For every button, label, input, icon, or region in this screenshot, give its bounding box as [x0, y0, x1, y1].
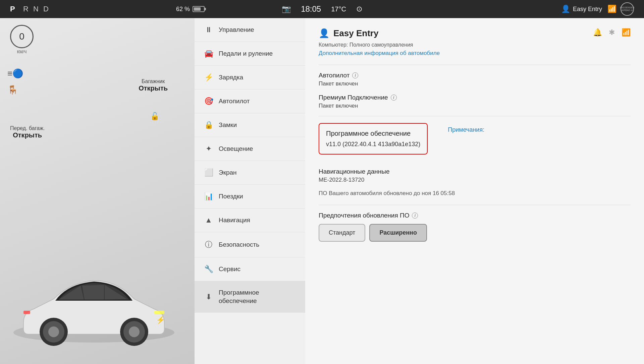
update-btn-advanced[interactable]: Расширенно — [369, 224, 427, 242]
nav-item-pedals[interactable]: 🚘 Педали и руление — [195, 42, 305, 66]
nav-item-control[interactable]: ⏸ Управление — [195, 18, 305, 42]
locks-icon: 🔒 — [204, 121, 213, 129]
car-svg: ⚡ — [3, 255, 184, 349]
update-prefs-info-icon[interactable]: i — [412, 213, 418, 219]
camera-icon: 📷 — [282, 5, 291, 13]
nav-item-charging[interactable]: ⚡ Зарядка — [195, 66, 305, 89]
premium-section: Премиум Подключение i Пакет включен — [319, 94, 631, 109]
battery-icon — [193, 6, 205, 12]
status-icons-right: 📶 PASSENGERAIRBAG ⊘ — [607, 2, 634, 16]
speed-unit: КМ/Ч — [10, 50, 34, 54]
nav-label-pedals: Педали и руление — [219, 50, 273, 58]
software-box-label: Программное обеспечение — [326, 130, 420, 137]
premium-value: Пакет включен — [319, 103, 631, 109]
status-bar-right: 👤 Easy Entry 📶 PASSENGERAIRBAG ⊘ — [439, 2, 634, 16]
svg-point-5 — [129, 326, 140, 337]
trips-icon: 📊 — [204, 192, 213, 201]
screen-icon: ⬜ — [204, 168, 213, 177]
autopilot-info-icon[interactable]: i — [352, 72, 358, 78]
nav-label-lighting: Освещение — [219, 145, 253, 153]
safety-icon: ⓘ — [204, 240, 213, 250]
svg-rect-1 — [154, 311, 164, 314]
divider-3 — [319, 205, 631, 205]
speed-circle: 0 — [10, 25, 34, 48]
nav-item-software[interactable]: ⬇ Программноеобеспечение — [195, 281, 305, 313]
status-bar-left: P R N D 62 % — [10, 5, 205, 13]
prnd-p: P — [10, 5, 16, 13]
svg-rect-2 — [23, 311, 30, 314]
premium-info-icon[interactable]: i — [391, 95, 397, 101]
divider-1 — [319, 65, 631, 65]
user-section: 👤 Easy Entry — [561, 5, 602, 13]
trunk-title: Багажник — [142, 78, 165, 84]
car-illustration: ⚡ — [3, 255, 191, 351]
nav-item-safety[interactable]: ⓘ Безопасность — [195, 232, 305, 257]
nav-data-label: Навигационные данные — [319, 168, 631, 175]
battery-section: 62 % — [176, 6, 205, 13]
autopilot-label-text: Автопилот — [319, 72, 350, 79]
update-buttons: Стандарт Расширенно — [319, 224, 631, 242]
control-icon: ⏸ — [204, 25, 213, 34]
seat-icon: 🪑 — [7, 85, 23, 95]
nav-label-navigation: Навигация — [219, 216, 250, 225]
update-prefs-label-text: Предпочтения обновления ПО — [319, 212, 409, 219]
profile-icons: 🔔 ✱ 📶 — [593, 28, 631, 37]
nav-label-locks: Замки — [219, 121, 237, 129]
trunk-lock-icon: 🔓 — [150, 112, 159, 121]
autopilot-icon: 🎯 — [204, 97, 213, 106]
speed-display: 0 КМ/Ч — [10, 25, 34, 54]
premium-label-text: Премиум Подключение — [319, 94, 388, 101]
profile-name-section: 👤 Easy Entry — [319, 28, 378, 39]
nav-item-service[interactable]: 🔧 Сервис — [195, 257, 305, 281]
nav-label-software: Программноеобеспечение — [219, 289, 259, 305]
update-prefs-label: Предпочтения обновления ПО i — [319, 212, 631, 219]
nav-label-autopilot: Автопилот — [219, 97, 250, 106]
software-box: Программное обеспечение v11.0 (2022.40.4… — [319, 123, 428, 155]
premium-label: Премиум Подключение i — [319, 94, 631, 101]
time-display: 18:05 — [301, 4, 321, 14]
navigation-icon: ▲ — [204, 216, 213, 225]
nav-item-autopilot[interactable]: 🎯 Автопилот — [195, 89, 305, 113]
status-bar: P R N D 62 % 📷 18:05 17°C ⊙ 👤 Easy Entry… — [0, 0, 644, 18]
update-info: ПО Вашего автомобиля обновлено до ноя 16… — [319, 190, 631, 197]
autopilot-value: Пакет включен — [319, 80, 631, 87]
notes-link[interactable]: Примечания: — [448, 126, 484, 133]
software-icon: ⬇ — [204, 293, 213, 301]
nav-item-locks[interactable]: 🔒 Замки — [195, 113, 305, 137]
nav-data-section: Навигационные данные ME-2022.8-13720 — [319, 168, 631, 183]
trunk-action[interactable]: Открыть — [139, 84, 168, 92]
nav-item-navigation[interactable]: ▲ Навигация — [195, 208, 305, 232]
svg-point-8 — [48, 326, 59, 337]
bluetooth-icon: ✱ — [609, 28, 615, 37]
front-trunk-label: Перед. багаж. Открыть — [10, 125, 45, 139]
nav-label-service: Сервис — [219, 265, 240, 274]
user-icon: 👤 — [561, 5, 570, 13]
nav-menu: ⏸ Управление 🚘 Педали и руление ⚡ Зарядк… — [195, 18, 305, 364]
update-btn-standard[interactable]: Стандарт — [319, 224, 365, 242]
nav-label-control: Управление — [219, 26, 254, 34]
nav-item-lighting[interactable]: ✦ Освещение — [195, 137, 305, 161]
temperature-display: 17°C — [331, 5, 346, 13]
car-info-link[interactable]: Дополнительная информация об автомобиле — [319, 50, 631, 57]
prnd-display: P R N D — [10, 5, 50, 13]
autopilot-section: Автопилот i Пакет включен — [319, 72, 631, 87]
charging-icon: ⚡ — [204, 73, 213, 82]
software-row: Программное обеспечение v11.0 (2022.40.4… — [319, 123, 631, 161]
clock-icon: ⊙ — [356, 5, 362, 13]
wifi-icon: 📶 — [607, 5, 616, 13]
nav-item-trips[interactable]: 📊 Поездки — [195, 185, 305, 208]
front-trunk-action[interactable]: Открыть — [13, 131, 42, 139]
profile-header: 👤 Easy Entry 🔔 ✱ 📶 — [319, 28, 631, 39]
bell-icon[interactable]: 🔔 — [593, 28, 602, 37]
update-prefs-section: Предпочтения обновления ПО i Стандарт Ра… — [319, 212, 631, 242]
user-name: Easy Entry — [573, 6, 602, 13]
left-icons: ≡🔵 🪑 — [7, 68, 23, 95]
nav-data-value: ME-2022.8-13720 — [319, 177, 631, 183]
profile-name: Easy Entry — [333, 28, 378, 39]
nav-label-trips: Поездки — [219, 192, 243, 201]
software-version: v11.0 (2022.40.4.1 413a90a1e132) — [326, 141, 420, 148]
nav-item-screen[interactable]: ⬜ Экран — [195, 161, 305, 185]
service-icon: 🔧 — [204, 265, 213, 274]
nav-label-safety: Безопасность — [219, 241, 259, 249]
lighting-icon: ✦ — [204, 144, 213, 153]
